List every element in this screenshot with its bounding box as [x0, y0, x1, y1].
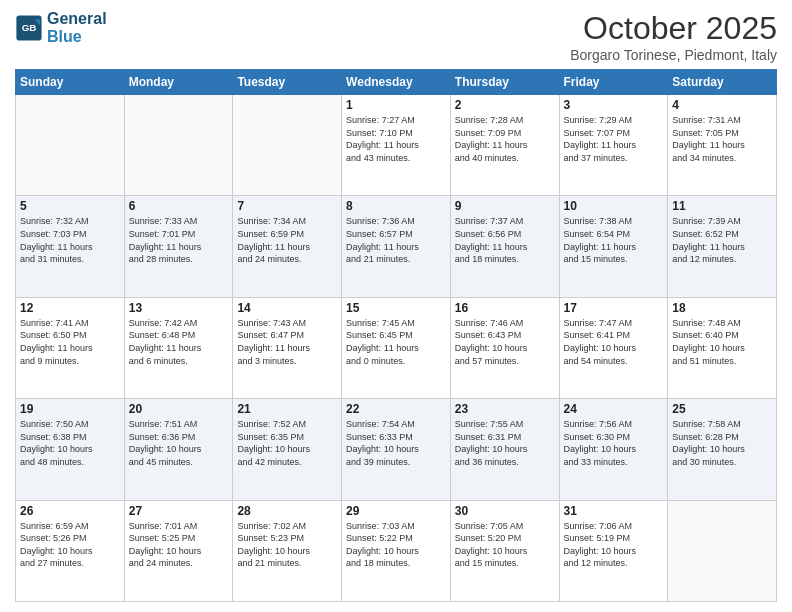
calendar-cell: 5Sunrise: 7:32 AM Sunset: 7:03 PM Daylig… — [16, 196, 125, 297]
calendar-cell — [233, 95, 342, 196]
day-number: 27 — [129, 504, 229, 518]
calendar-cell: 6Sunrise: 7:33 AM Sunset: 7:01 PM Daylig… — [124, 196, 233, 297]
day-info: Sunrise: 7:34 AM Sunset: 6:59 PM Dayligh… — [237, 215, 337, 265]
calendar-cell: 30Sunrise: 7:05 AM Sunset: 5:20 PM Dayli… — [450, 500, 559, 601]
weekday-header-tuesday: Tuesday — [233, 70, 342, 95]
day-number: 26 — [20, 504, 120, 518]
calendar-cell: 21Sunrise: 7:52 AM Sunset: 6:35 PM Dayli… — [233, 399, 342, 500]
title-block: October 2025 Borgaro Torinese, Piedmont,… — [570, 10, 777, 63]
calendar-cell: 11Sunrise: 7:39 AM Sunset: 6:52 PM Dayli… — [668, 196, 777, 297]
day-number: 29 — [346, 504, 446, 518]
day-number: 6 — [129, 199, 229, 213]
logo-general: General — [47, 10, 107, 28]
calendar-week-row: 1Sunrise: 7:27 AM Sunset: 7:10 PM Daylig… — [16, 95, 777, 196]
day-number: 1 — [346, 98, 446, 112]
day-info: Sunrise: 7:28 AM Sunset: 7:09 PM Dayligh… — [455, 114, 555, 164]
calendar-cell: 19Sunrise: 7:50 AM Sunset: 6:38 PM Dayli… — [16, 399, 125, 500]
day-info: Sunrise: 7:55 AM Sunset: 6:31 PM Dayligh… — [455, 418, 555, 468]
calendar-cell: 10Sunrise: 7:38 AM Sunset: 6:54 PM Dayli… — [559, 196, 668, 297]
day-number: 17 — [564, 301, 664, 315]
weekday-header-thursday: Thursday — [450, 70, 559, 95]
day-number: 4 — [672, 98, 772, 112]
day-info: Sunrise: 6:59 AM Sunset: 5:26 PM Dayligh… — [20, 520, 120, 570]
calendar-cell: 13Sunrise: 7:42 AM Sunset: 6:48 PM Dayli… — [124, 297, 233, 398]
calendar-week-row: 26Sunrise: 6:59 AM Sunset: 5:26 PM Dayli… — [16, 500, 777, 601]
logo-blue: Blue — [47, 28, 107, 46]
calendar-cell: 17Sunrise: 7:47 AM Sunset: 6:41 PM Dayli… — [559, 297, 668, 398]
day-info: Sunrise: 7:01 AM Sunset: 5:25 PM Dayligh… — [129, 520, 229, 570]
calendar-cell — [668, 500, 777, 601]
day-info: Sunrise: 7:47 AM Sunset: 6:41 PM Dayligh… — [564, 317, 664, 367]
svg-text:GB: GB — [22, 21, 37, 32]
calendar-week-row: 5Sunrise: 7:32 AM Sunset: 7:03 PM Daylig… — [16, 196, 777, 297]
day-info: Sunrise: 7:31 AM Sunset: 7:05 PM Dayligh… — [672, 114, 772, 164]
calendar-cell — [124, 95, 233, 196]
day-info: Sunrise: 7:52 AM Sunset: 6:35 PM Dayligh… — [237, 418, 337, 468]
calendar-cell: 2Sunrise: 7:28 AM Sunset: 7:09 PM Daylig… — [450, 95, 559, 196]
calendar-table: SundayMondayTuesdayWednesdayThursdayFrid… — [15, 69, 777, 602]
day-number: 10 — [564, 199, 664, 213]
day-number: 23 — [455, 402, 555, 416]
calendar-week-row: 12Sunrise: 7:41 AM Sunset: 6:50 PM Dayli… — [16, 297, 777, 398]
day-info: Sunrise: 7:45 AM Sunset: 6:45 PM Dayligh… — [346, 317, 446, 367]
day-info: Sunrise: 7:43 AM Sunset: 6:47 PM Dayligh… — [237, 317, 337, 367]
day-info: Sunrise: 7:51 AM Sunset: 6:36 PM Dayligh… — [129, 418, 229, 468]
day-number: 5 — [20, 199, 120, 213]
day-info: Sunrise: 7:03 AM Sunset: 5:22 PM Dayligh… — [346, 520, 446, 570]
day-number: 3 — [564, 98, 664, 112]
day-number: 30 — [455, 504, 555, 518]
calendar-cell: 18Sunrise: 7:48 AM Sunset: 6:40 PM Dayli… — [668, 297, 777, 398]
logo-icon: GB — [15, 14, 43, 42]
day-info: Sunrise: 7:54 AM Sunset: 6:33 PM Dayligh… — [346, 418, 446, 468]
calendar-cell: 25Sunrise: 7:58 AM Sunset: 6:28 PM Dayli… — [668, 399, 777, 500]
day-number: 12 — [20, 301, 120, 315]
calendar-cell: 12Sunrise: 7:41 AM Sunset: 6:50 PM Dayli… — [16, 297, 125, 398]
day-number: 20 — [129, 402, 229, 416]
weekday-header-friday: Friday — [559, 70, 668, 95]
day-number: 11 — [672, 199, 772, 213]
weekday-header-saturday: Saturday — [668, 70, 777, 95]
calendar-cell: 3Sunrise: 7:29 AM Sunset: 7:07 PM Daylig… — [559, 95, 668, 196]
day-number: 14 — [237, 301, 337, 315]
calendar-cell: 16Sunrise: 7:46 AM Sunset: 6:43 PM Dayli… — [450, 297, 559, 398]
calendar-cell: 22Sunrise: 7:54 AM Sunset: 6:33 PM Dayli… — [342, 399, 451, 500]
day-number: 25 — [672, 402, 772, 416]
day-info: Sunrise: 7:37 AM Sunset: 6:56 PM Dayligh… — [455, 215, 555, 265]
day-number: 18 — [672, 301, 772, 315]
day-number: 16 — [455, 301, 555, 315]
logo-text: General Blue — [47, 10, 107, 45]
day-number: 24 — [564, 402, 664, 416]
calendar-cell: 24Sunrise: 7:56 AM Sunset: 6:30 PM Dayli… — [559, 399, 668, 500]
calendar-cell: 29Sunrise: 7:03 AM Sunset: 5:22 PM Dayli… — [342, 500, 451, 601]
day-info: Sunrise: 7:48 AM Sunset: 6:40 PM Dayligh… — [672, 317, 772, 367]
day-number: 28 — [237, 504, 337, 518]
day-number: 22 — [346, 402, 446, 416]
weekday-header-wednesday: Wednesday — [342, 70, 451, 95]
day-info: Sunrise: 7:33 AM Sunset: 7:01 PM Dayligh… — [129, 215, 229, 265]
weekday-header-sunday: Sunday — [16, 70, 125, 95]
page: GB General Blue October 2025 Borgaro Tor… — [0, 0, 792, 612]
calendar-week-row: 19Sunrise: 7:50 AM Sunset: 6:38 PM Dayli… — [16, 399, 777, 500]
day-info: Sunrise: 7:42 AM Sunset: 6:48 PM Dayligh… — [129, 317, 229, 367]
day-number: 13 — [129, 301, 229, 315]
day-number: 9 — [455, 199, 555, 213]
day-info: Sunrise: 7:39 AM Sunset: 6:52 PM Dayligh… — [672, 215, 772, 265]
day-number: 19 — [20, 402, 120, 416]
day-number: 7 — [237, 199, 337, 213]
calendar-cell: 14Sunrise: 7:43 AM Sunset: 6:47 PM Dayli… — [233, 297, 342, 398]
day-info: Sunrise: 7:05 AM Sunset: 5:20 PM Dayligh… — [455, 520, 555, 570]
day-number: 31 — [564, 504, 664, 518]
day-info: Sunrise: 7:06 AM Sunset: 5:19 PM Dayligh… — [564, 520, 664, 570]
weekday-header-row: SundayMondayTuesdayWednesdayThursdayFrid… — [16, 70, 777, 95]
day-info: Sunrise: 7:29 AM Sunset: 7:07 PM Dayligh… — [564, 114, 664, 164]
calendar-cell: 26Sunrise: 6:59 AM Sunset: 5:26 PM Dayli… — [16, 500, 125, 601]
month-title: October 2025 — [570, 10, 777, 47]
calendar-cell: 15Sunrise: 7:45 AM Sunset: 6:45 PM Dayli… — [342, 297, 451, 398]
calendar-cell: 9Sunrise: 7:37 AM Sunset: 6:56 PM Daylig… — [450, 196, 559, 297]
day-info: Sunrise: 7:36 AM Sunset: 6:57 PM Dayligh… — [346, 215, 446, 265]
weekday-header-monday: Monday — [124, 70, 233, 95]
day-info: Sunrise: 7:46 AM Sunset: 6:43 PM Dayligh… — [455, 317, 555, 367]
calendar-cell: 28Sunrise: 7:02 AM Sunset: 5:23 PM Dayli… — [233, 500, 342, 601]
day-info: Sunrise: 7:27 AM Sunset: 7:10 PM Dayligh… — [346, 114, 446, 164]
day-info: Sunrise: 7:38 AM Sunset: 6:54 PM Dayligh… — [564, 215, 664, 265]
